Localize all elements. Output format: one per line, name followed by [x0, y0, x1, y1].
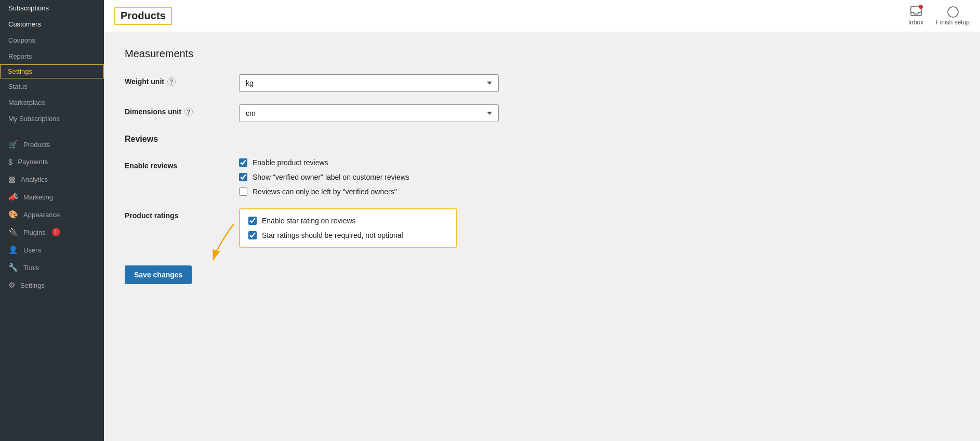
page-title: Products — [114, 7, 172, 25]
sidebar-item-marketing[interactable]: 📣 Marketing — [0, 188, 104, 206]
sidebar: Subscriptions Customers Coupons Reports … — [0, 0, 104, 441]
reviews-section-title: Reviews — [125, 135, 959, 148]
sidebar-item-settings[interactable]: Settings — [0, 64, 104, 78]
tools-icon: 🔧 — [8, 263, 18, 272]
weight-unit-row: Weight unit ? kg g lbs oz — [125, 74, 959, 92]
sidebar-label-users: Users — [23, 246, 41, 254]
analytics-icon: ▩ — [8, 175, 16, 184]
header-actions: Inbox Finish setup — [908, 6, 970, 26]
checkbox-verified-owners-only-label: Reviews can only be left by "verified ow… — [253, 188, 397, 196]
checkbox-enable-product-reviews-label: Enable product reviews — [253, 158, 328, 167]
checkbox-enable-product-reviews[interactable]: Enable product reviews — [239, 158, 499, 167]
products-icon: 🛒 — [8, 140, 18, 149]
sidebar-item-appearance[interactable]: 🎨 Appearance — [0, 206, 104, 223]
sidebar-item-coupons[interactable]: Coupons — [0, 32, 104, 48]
save-changes-button[interactable]: Save changes — [125, 265, 192, 284]
sidebar-item-products[interactable]: 🛒 Products — [0, 136, 104, 153]
sidebar-plain-section: Subscriptions Customers Coupons Reports … — [0, 0, 104, 127]
sidebar-label-settings2: Settings — [20, 282, 45, 289]
main-panel: Products Inbox Finish setup — [104, 0, 980, 441]
sidebar-label-coupons: Coupons — [8, 36, 35, 44]
checkbox-star-rating-required-label: Star ratings should be required, not opt… — [262, 231, 403, 239]
sidebar-item-status[interactable]: Status — [0, 78, 104, 95]
sidebar-label-settings: Settings — [8, 68, 32, 75]
sidebar-label-status: Status — [8, 83, 28, 90]
checkbox-verified-owners-only-input[interactable] — [239, 188, 247, 196]
product-ratings-control: Enable star rating on reviews Star ratin… — [239, 208, 499, 248]
sidebar-item-users[interactable]: 👤 Users — [0, 241, 104, 259]
enable-reviews-group: Enable product reviews Show "verified ow… — [239, 158, 499, 196]
checkbox-verified-owner-label-text: Show "verified owner" label on customer … — [253, 173, 409, 181]
sidebar-label-marketplace: Marketplace — [8, 99, 45, 106]
sidebar-label-tools: Tools — [23, 264, 39, 272]
settings-icon: ⚙ — [8, 280, 15, 290]
inbox-button[interactable]: Inbox — [908, 6, 923, 26]
checkbox-enable-star-rating-input[interactable] — [248, 217, 257, 225]
product-ratings-highlighted-box: Enable star rating on reviews Star ratin… — [239, 208, 457, 248]
marketing-icon: 📣 — [8, 192, 18, 202]
sidebar-label-payments: Payments — [18, 158, 48, 166]
weight-unit-label: Weight unit ? — [125, 74, 229, 86]
save-button-area: Save changes — [125, 260, 959, 284]
sidebar-label-products: Products — [23, 141, 50, 149]
product-ratings-label: Product ratings — [125, 208, 229, 220]
sidebar-item-settings2[interactable]: ⚙ Settings — [0, 276, 104, 294]
dimensions-unit-help-icon[interactable]: ? — [184, 108, 193, 116]
checkbox-enable-star-rating[interactable]: Enable star rating on reviews — [248, 217, 448, 225]
sidebar-divider — [0, 129, 104, 129]
plugins-badge: 1 — [52, 228, 60, 236]
checkbox-star-rating-required[interactable]: Star ratings should be required, not opt… — [248, 231, 448, 239]
sidebar-item-tools[interactable]: 🔧 Tools — [0, 259, 104, 276]
plugins-icon: 🔌 — [8, 228, 18, 237]
inbox-label: Inbox — [908, 19, 923, 26]
appearance-icon: 🎨 — [8, 210, 18, 219]
finish-setup-label: Finish setup — [936, 19, 970, 26]
payments-icon: $ — [8, 157, 12, 166]
dimensions-unit-select[interactable]: cm m mm in yd — [239, 104, 499, 122]
checkbox-enable-product-reviews-input[interactable] — [239, 158, 247, 167]
inbox-notification-dot — [919, 5, 923, 9]
checkbox-verified-owner-input[interactable] — [239, 173, 247, 181]
sidebar-item-plugins[interactable]: 🔌 Plugins 1 — [0, 223, 104, 241]
dimensions-unit-control: cm m mm in yd — [239, 104, 499, 122]
content-area: Measurements Weight unit ? kg g lbs oz D… — [104, 32, 980, 441]
sidebar-item-subscriptions[interactable]: Subscriptions — [0, 0, 104, 16]
users-icon: 👤 — [8, 245, 18, 255]
dimensions-unit-label: Dimensions unit ? — [125, 104, 229, 116]
checkbox-enable-star-rating-label: Enable star rating on reviews — [262, 217, 356, 225]
sidebar-item-payments[interactable]: $ Payments — [0, 153, 104, 170]
measurements-section-title: Measurements — [125, 48, 959, 60]
sidebar-label-customers: Customers — [8, 20, 41, 28]
weight-unit-control: kg g lbs oz — [239, 74, 499, 92]
inbox-icon-wrap — [910, 6, 922, 18]
checkbox-star-rating-required-input[interactable] — [248, 231, 257, 239]
finish-setup-icon — [947, 6, 959, 18]
weight-unit-select[interactable]: kg g lbs oz — [239, 74, 499, 92]
checkbox-verified-owners-only[interactable]: Reviews can only be left by "verified ow… — [239, 188, 499, 196]
sidebar-label-reports: Reports — [8, 52, 32, 60]
sidebar-label-marketing: Marketing — [23, 193, 53, 201]
sidebar-item-customers[interactable]: Customers — [0, 16, 104, 32]
sidebar-item-reports[interactable]: Reports — [0, 48, 104, 64]
finish-setup-button[interactable]: Finish setup — [936, 6, 970, 26]
enable-reviews-checkboxes: Enable product reviews Show "verified ow… — [239, 158, 499, 196]
sidebar-item-marketplace[interactable]: Marketplace — [0, 95, 104, 111]
svg-point-1 — [948, 7, 958, 17]
sidebar-label-analytics: Analytics — [21, 176, 48, 183]
sidebar-icons-section: 🛒 Products $ Payments ▩ Analytics 📣 Mark… — [0, 136, 104, 294]
sidebar-item-my-subscriptions[interactable]: My Subscriptions — [0, 111, 104, 127]
sidebar-label-my-subscriptions: My Subscriptions — [8, 115, 60, 123]
weight-unit-help-icon[interactable]: ? — [167, 77, 176, 86]
dimensions-unit-row: Dimensions unit ? cm m mm in yd — [125, 104, 959, 122]
enable-reviews-label: Enable reviews — [125, 158, 229, 170]
sidebar-item-analytics[interactable]: ▩ Analytics — [0, 170, 104, 188]
checkbox-verified-owner-label[interactable]: Show "verified owner" label on customer … — [239, 173, 499, 181]
enable-reviews-row: Enable reviews Enable product reviews Sh… — [125, 158, 959, 196]
sidebar-label-subscriptions: Subscriptions — [8, 4, 49, 12]
sidebar-label-appearance: Appearance — [23, 211, 60, 219]
header: Products Inbox Finish setup — [104, 0, 980, 32]
sidebar-label-plugins: Plugins — [23, 229, 46, 236]
product-ratings-row: Product ratings Enable star rating on re… — [125, 208, 959, 248]
